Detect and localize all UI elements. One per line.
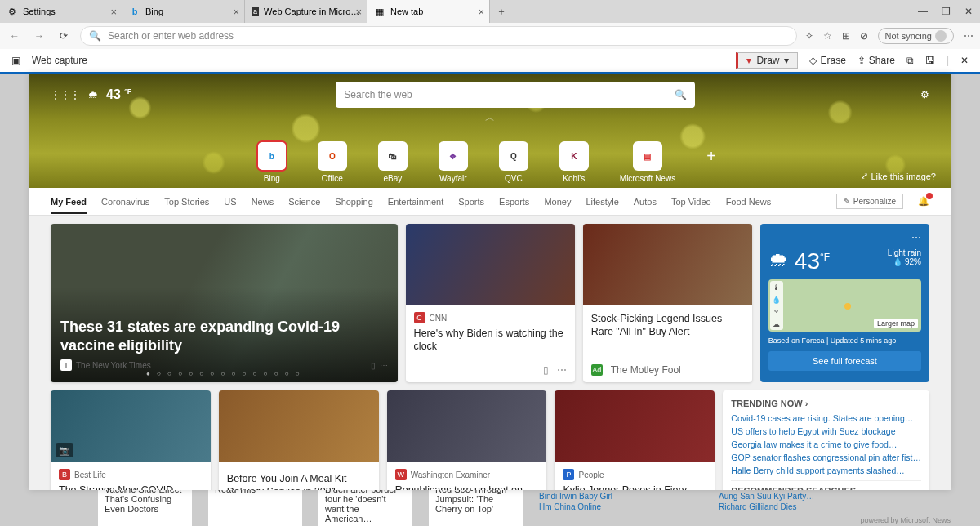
close-icon[interactable]: × xyxy=(233,6,239,18)
source-label: The Motley Fool xyxy=(611,364,681,376)
weather-map[interactable]: 🌡💧༄☁ Larger map xyxy=(768,279,921,332)
share-button[interactable]: ⇪Share xyxy=(858,55,895,66)
back-button[interactable]: ← xyxy=(7,30,23,42)
recommended-title: RECOMMENDED SEARCHES xyxy=(731,486,921,490)
close-icon[interactable]: × xyxy=(355,6,362,18)
close-icon[interactable]: × xyxy=(110,6,117,18)
close-capture-icon[interactable]: ✕ xyxy=(960,55,969,66)
tab-newtab[interactable]: ▦New tab× xyxy=(368,0,490,23)
news-card-biden[interactable]: CCNN Here's why Biden is watching the cl… xyxy=(406,224,575,382)
source-icon: W xyxy=(395,469,407,480)
source-icon: C xyxy=(414,312,425,323)
feednav-sports[interactable]: Sports xyxy=(458,197,484,207)
quicklink-microsoft-news[interactable]: ▤Microsoft News xyxy=(620,141,675,183)
maximize-icon[interactable]: ❐ xyxy=(934,0,957,23)
apps-icon[interactable]: ⋮⋮⋮ xyxy=(51,89,80,100)
trending-link[interactable]: Halle Berry child support payments slash… xyxy=(731,466,921,475)
copy-icon[interactable]: ⧉ xyxy=(906,55,914,66)
feednav-money[interactable]: Money xyxy=(544,197,571,207)
trending-card: TRENDING NOW ›Covid-19 cases are rising.… xyxy=(723,390,929,490)
close-window-icon[interactable]: ✕ xyxy=(957,0,980,23)
erase-button[interactable]: ◇Erase xyxy=(809,55,845,66)
trending-link[interactable]: US offers to help Egypt with Suez blocka… xyxy=(731,426,921,436)
eraser-icon: ◇ xyxy=(809,55,817,66)
feednav-my-feed[interactable]: My Feed xyxy=(51,197,87,214)
favorites-icon[interactable]: ☆ xyxy=(823,30,832,42)
ad-badge: Ad xyxy=(591,364,603,376)
temp[interactable]: 43 °F xyxy=(106,87,131,102)
hero: ⋮⋮⋮ 🌧 43 °F Search the web 🔍 ⚙ ︿ bBingOO… xyxy=(29,74,951,188)
feednav-top-video[interactable]: Top Video xyxy=(671,197,711,207)
new-tab-button[interactable]: ＋ xyxy=(490,0,513,23)
feednav-science[interactable]: Science xyxy=(288,197,320,207)
quicklink-wayfair[interactable]: ❖Wayfair xyxy=(439,141,468,183)
quicklink-kohl-s[interactable]: KKohl's xyxy=(559,141,589,183)
news-card[interactable]: PPeopleKylie Jenner Poses in Fiery xyxy=(555,390,715,490)
personalize-button[interactable]: ✎ Personalize xyxy=(836,194,903,209)
tile-icon: K xyxy=(559,141,589,171)
feednav-us[interactable]: US xyxy=(224,197,236,207)
news-card[interactable]: Before You Join A Meal Kit Delivery Serv… xyxy=(219,390,379,490)
quicklink-ebay[interactable]: 🛍eBay xyxy=(378,141,408,183)
tab-settings[interactable]: ⚙Settings× xyxy=(0,0,122,23)
weather-card[interactable]: ⋯ 🌧 43°F Light rain 💧 92% 🌡💧༄☁ Larger ma… xyxy=(760,224,929,382)
trending-link[interactable]: Covid-19 cases are rising. States are op… xyxy=(731,413,921,423)
feednav-top-stories[interactable]: Top Stories xyxy=(164,197,209,207)
draw-button[interactable]: ▾Draw▾ xyxy=(736,52,798,69)
feed-nav: My FeedCoronavirusTop StoriesUSNewsScien… xyxy=(29,188,951,216)
news-card-stock[interactable]: Stock-Picking Legend Issues Rare "All In… xyxy=(583,224,752,382)
feednav-esports[interactable]: Esports xyxy=(499,197,529,207)
quicklink-qvc[interactable]: QQVC xyxy=(499,141,528,183)
feednav-news[interactable]: News xyxy=(252,197,274,207)
chevron-up-icon[interactable]: ︿ xyxy=(485,112,495,123)
quick-links: bBingOOffice🛍eBay❖WayfairQQVCKKohl's▤Mic… xyxy=(51,141,929,183)
headline-card[interactable]: These 31 states are expanding Covid-19 v… xyxy=(51,224,398,382)
minimize-icon[interactable]: ― xyxy=(911,0,934,23)
feednav-shopping[interactable]: Shopping xyxy=(335,197,373,207)
feednav-lifestyle[interactable]: Lifestyle xyxy=(586,197,618,207)
refresh-button[interactable]: ⟳ xyxy=(56,30,72,42)
news-card[interactable]: WWashington ExaminerRepublicans turn up … xyxy=(387,390,547,490)
chevron-right-icon[interactable]: › xyxy=(805,399,808,408)
search-input[interactable]: Search the web 🔍 xyxy=(336,82,695,108)
close-icon[interactable]: × xyxy=(478,6,484,18)
source-label: The New York Times xyxy=(76,361,151,370)
bookmark-icon[interactable]: ▯ xyxy=(543,364,549,376)
feednav-entertainment[interactable]: Entertainment xyxy=(388,197,443,207)
address-input[interactable]: 🔍 Search or enter web address xyxy=(80,26,797,46)
notifications-button[interactable]: 🔔 xyxy=(918,196,929,207)
like-image-button[interactable]: ⤢Like this image? xyxy=(861,171,937,181)
collections-icon[interactable]: ⊞ xyxy=(842,30,850,42)
feednav-food-news[interactable]: Food News xyxy=(726,197,772,207)
larger-map-button[interactable]: Larger map xyxy=(874,319,918,328)
quicklink-office[interactable]: OOffice xyxy=(318,141,347,183)
trending-link[interactable]: GOP senator flashes congressional pin af… xyxy=(731,452,921,462)
search-icon[interactable]: 🔍 xyxy=(675,89,687,100)
quicklink-bing[interactable]: bBing xyxy=(257,141,287,183)
more-icon[interactable]: ⋯ xyxy=(768,232,921,243)
trending-link[interactable]: Georgia law makes it a crime to give foo… xyxy=(731,439,921,449)
menu-icon[interactable]: ⋯ xyxy=(964,30,973,42)
more-icon[interactable]: ⋯ xyxy=(380,361,388,370)
quicklink-label: Office xyxy=(322,174,343,183)
forward-button[interactable]: → xyxy=(31,30,47,42)
bookmark-icon[interactable]: ▯ xyxy=(371,361,376,370)
add-quicklink-button[interactable]: + xyxy=(706,148,723,164)
feednav-coronavirus[interactable]: Coronavirus xyxy=(101,197,149,207)
save-icon[interactable]: 🖫 xyxy=(925,55,935,66)
sync-button[interactable]: Not syncing xyxy=(878,28,954,44)
tab-label: Bing xyxy=(145,7,163,16)
news-card[interactable]: 📷BBest LifeThe Strange New COVID xyxy=(51,390,211,490)
more-icon[interactable]: ⋯ xyxy=(557,364,567,376)
tab-bing[interactable]: bBing× xyxy=(122,0,245,23)
feednav-autos[interactable]: Autos xyxy=(634,197,657,207)
settings-icon[interactable]: ⚙ xyxy=(920,89,929,100)
tab-webcapture[interactable]: aWeb Capture in Microsoft Edge:× xyxy=(245,0,368,23)
weather-icon: 🌧 xyxy=(88,89,98,100)
tracking-icon[interactable]: ✧ xyxy=(805,30,813,42)
tile-icon: ❖ xyxy=(439,141,468,171)
tile-icon: O xyxy=(318,141,347,171)
carousel-dots[interactable]: ● ○ ○ ○ ○ ○ ○ ○ ○ ○ ○ ○ ○ ○ ○ xyxy=(146,370,302,377)
forecast-button[interactable]: See full forecast xyxy=(768,351,921,371)
extensions-icon[interactable]: ⊘ xyxy=(860,30,868,42)
